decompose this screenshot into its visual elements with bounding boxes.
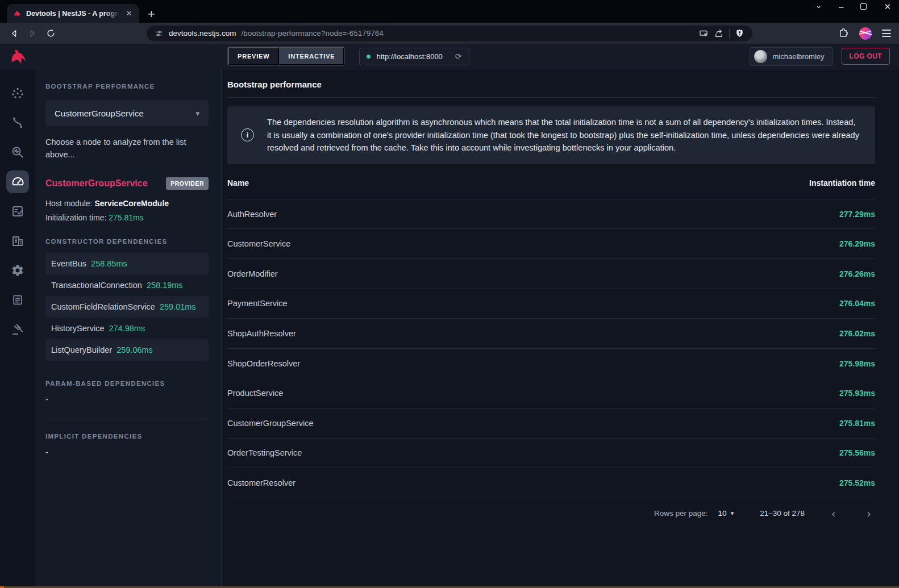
url-path: /bootstrap-performance?node=-65179764 [242, 29, 384, 37]
user-chip[interactable]: michaelbromley [750, 47, 833, 66]
sidebar-item-issues[interactable] [6, 318, 29, 341]
gavel-icon [11, 323, 24, 336]
sidebar-item-modules[interactable] [6, 230, 29, 252]
sidebar-item-docs[interactable] [6, 289, 29, 311]
table-row[interactable]: ShopOrderResolver 275.98ms [227, 349, 875, 379]
chevron-down-icon: ▾ [731, 510, 734, 517]
checklist-icon [11, 205, 24, 218]
sidebar-item-routes[interactable] [6, 111, 29, 134]
row-name: CustomerGroupService [227, 419, 314, 428]
table-row[interactable]: OrderTestingService 275.56ms [227, 439, 875, 469]
info-banner: i The dependencies resolution algorithm … [227, 106, 875, 164]
sidebar-item-settings[interactable] [6, 259, 29, 282]
dependency-name: CustomFieldRelationService [51, 302, 155, 311]
sidebar-item-audit[interactable] [6, 200, 29, 223]
info-icon: i [241, 128, 254, 141]
dependency-name: EventBus [51, 259, 86, 268]
dependency-item[interactable]: EventBus 258.85ms [45, 253, 209, 274]
maximize-icon[interactable] [860, 3, 867, 10]
table-row[interactable]: PaymentService 276.04ms [227, 289, 875, 319]
url-host: devtools.nestjs.com [169, 29, 236, 37]
row-instantiation-time: 275.98ms [839, 359, 875, 368]
analysis-panel: BOOTSTRAP PERFORMANCE CustomerGroupServi… [35, 69, 222, 586]
dependency-time: 258.19ms [147, 281, 183, 290]
column-name: Name [227, 178, 249, 187]
table-row[interactable]: AuthResolver 277.29ms [227, 199, 875, 230]
row-name: ShopOrderResolver [227, 359, 300, 368]
icon-sidebar [0, 69, 35, 586]
dependency-time: 259.06ms [116, 345, 153, 355]
row-name: PaymentService [227, 299, 288, 308]
tab-strip: Devtools | NestJS - A progressive ✕ + ⌄ … [0, 0, 899, 23]
organization-icon [11, 234, 24, 248]
next-page-icon[interactable]: › [863, 508, 875, 519]
row-instantiation-time: 276.02ms [839, 329, 875, 338]
implicit-deps-empty: - [45, 448, 209, 457]
sidebar-item-graph[interactable] [6, 82, 29, 105]
previous-page-icon[interactable]: ‹ [827, 508, 840, 519]
table-row[interactable]: ProductService 275.93ms [227, 378, 875, 408]
table-row[interactable]: CustomerResolver 275.52ms [227, 468, 875, 498]
toolbar-right [838, 27, 891, 40]
sidebar-item-inspect[interactable] [6, 141, 29, 164]
browser-toolbar: devtools.nestjs.com/bootstrap-performanc… [0, 23, 899, 44]
toolbar-separator [729, 29, 730, 38]
mode-toggle: PREVIEW INTERACTIVE [227, 47, 345, 66]
table-row[interactable]: CustomerService 276.29ms [227, 229, 875, 259]
graph-icon [11, 86, 24, 100]
table-row[interactable]: ShopAuthResolver 276.02ms [227, 319, 875, 349]
interactive-button[interactable]: INTERACTIVE [279, 47, 344, 65]
menu-icon[interactable] [882, 30, 891, 37]
brave-shield-icon[interactable] [735, 28, 744, 38]
implicit-deps-title: IMPLICIT DEPENDENCIES [45, 433, 209, 440]
dependency-item[interactable]: HistoryService 274.98ms [45, 318, 209, 339]
dependency-item[interactable]: TransactionalConnection 258.19ms [45, 274, 209, 296]
site-settings-icon[interactable] [155, 29, 164, 38]
tab-title: Devtools | NestJS - A progressive [26, 10, 119, 18]
tab-search-icon[interactable]: ⌄ [815, 2, 822, 9]
window-close-icon[interactable]: ✕ [884, 2, 891, 11]
info-text: The dependencies resolution algorithm is… [267, 116, 861, 155]
reload-icon[interactable] [44, 27, 57, 40]
node-select[interactable]: CustomerGroupService ▾ [45, 100, 209, 126]
target-reload-icon[interactable]: ⟳ [455, 52, 462, 61]
logout-button[interactable]: LOG OUT [842, 48, 890, 65]
rows-per-page-select[interactable]: 10 ▾ [718, 509, 734, 518]
browser-tab[interactable]: Devtools | NestJS - A progressive ✕ [7, 4, 139, 23]
constructor-deps-title: CONSTRUCTOR DEPENDENCIES [45, 238, 209, 245]
helper-text: Choose a node to analyze from the list a… [45, 136, 209, 161]
host-module-value: ServiceCoreModule [94, 199, 169, 208]
target-url: http://localhost:8000 [376, 52, 442, 61]
row-instantiation-time: 275.81ms [839, 419, 875, 428]
target-url-box[interactable]: http://localhost:8000 ⟳ [359, 48, 469, 65]
row-name: OrderTestingService [227, 448, 302, 457]
table-body: AuthResolver 277.29ms CustomerService 27… [227, 199, 875, 498]
new-tab-button[interactable]: + [148, 8, 155, 20]
sidebar-item-bootstrap-performance[interactable] [6, 170, 29, 193]
forward-icon [26, 27, 39, 40]
row-name: OrderModifier [227, 269, 278, 278]
row-name: ProductService [227, 389, 283, 398]
address-bar[interactable]: devtools.nestjs.com/bootstrap-performanc… [147, 26, 752, 41]
dependency-item[interactable]: CustomFieldRelationService 259.01ms [45, 296, 209, 318]
minimize-icon[interactable]: – [839, 2, 843, 11]
pagination-range: 21–30 of 278 [760, 509, 805, 518]
preview-button[interactable]: PREVIEW [228, 47, 279, 65]
table-row[interactable]: CustomerGroupService 275.81ms [227, 408, 875, 439]
pagination: Rows per page: 10 ▾ 21–30 of 278 ‹ › [227, 498, 875, 529]
row-instantiation-time: 275.93ms [839, 389, 875, 398]
send-to-device-icon[interactable] [698, 28, 709, 39]
panel-section-title: BOOTSTRAP PERFORMANCE [45, 83, 155, 90]
param-deps-empty: - [45, 395, 209, 404]
routes-icon [11, 116, 24, 130]
table-row[interactable]: OrderModifier 276.26ms [227, 259, 875, 289]
share-icon[interactable] [714, 28, 724, 39]
row-instantiation-time: 275.52ms [839, 478, 875, 487]
back-icon[interactable] [8, 27, 20, 40]
extensions-icon[interactable] [838, 28, 849, 39]
dependency-item[interactable]: ListQueryBuilder 259.06ms [45, 339, 209, 361]
row-instantiation-time: 276.26ms [839, 269, 875, 278]
browser-profile-avatar[interactable] [859, 27, 872, 40]
main-content: Bootstrap performance i The dependencies… [222, 69, 899, 586]
tab-close-icon[interactable]: ✕ [124, 9, 134, 19]
